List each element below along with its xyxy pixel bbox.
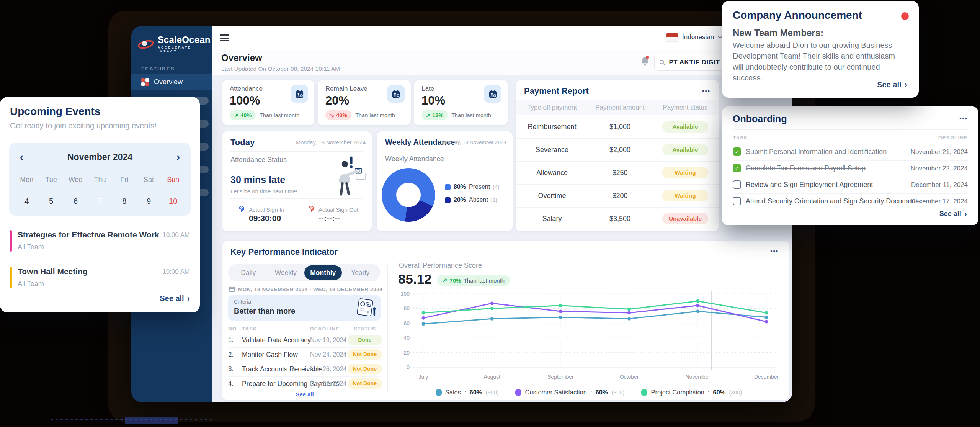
day-name: Wed [63, 176, 88, 184]
calendar-date[interactable]: 8 [112, 193, 137, 209]
day-name: Sat [137, 176, 161, 184]
day-name: Tue [39, 176, 64, 184]
status-badge: Unavailable [662, 213, 708, 224]
onboarding-card: Onboarding ••• TASK DEADLINE Submit Pers… [722, 106, 978, 225]
kpi-see-all-link[interactable]: See all [222, 391, 387, 398]
payment-report-title: Payment Report [524, 86, 589, 96]
sidebar-item-overview[interactable]: Overview [131, 74, 212, 90]
screen-artifact [51, 419, 215, 420]
task-name: Monitor Cash Flow [242, 351, 298, 359]
checkbox[interactable] [733, 180, 741, 189]
stat-value: 100% [230, 94, 260, 108]
tab-yearly[interactable]: Yearly [342, 265, 379, 280]
calendar-date[interactable]: 4 [15, 193, 39, 209]
status-badge: Not Done [348, 378, 382, 389]
svg-text:December: December [754, 374, 779, 380]
event-title[interactable]: Town Hall Meeting [18, 267, 88, 276]
sidebar-section-label: FEATURES [141, 66, 175, 72]
event-group: All Team [18, 243, 44, 251]
payment-type: Salary [516, 215, 588, 223]
calendar-date-selected[interactable]: 7 [88, 193, 112, 209]
checkbox[interactable] [733, 197, 741, 205]
weekly-attendance-card: Weekly Attendance Monday, 18 November 20… [377, 131, 513, 231]
notification-bell-icon[interactable] [640, 55, 650, 68]
svg-text:July: July [419, 374, 428, 380]
task-deadline: December 11, 2024 [911, 181, 968, 189]
calendar-next-icon[interactable]: › [176, 151, 180, 163]
announcement-see-all-link[interactable]: See all› [877, 80, 907, 89]
calendar-date[interactable]: 10 [161, 193, 185, 209]
last-updated-text: Last Updated On October 08, 2024 10:11 A… [221, 65, 340, 72]
more-menu-icon[interactable]: ••• [959, 115, 968, 121]
column-header: Payment amount [588, 104, 652, 111]
day-name: Thu [88, 176, 112, 184]
kpi-date-range[interactable]: MON, 18 NOVEMBER 2024 - WED, 18 DECEMBER… [229, 286, 382, 292]
table-row: 1. Validate Data Accuracy Nov 19, 2024 D… [228, 333, 381, 348]
company-announcement-card: Company Announcement New Team Members: W… [722, 1, 919, 98]
desktop-background: ScaleOcean ACCELERATE IMPACT FEATURES Ov… [0, 0, 980, 427]
table-row: Overtime $200 Waiting [516, 184, 719, 208]
attendance-calendar-icon [291, 85, 308, 103]
language-selector[interactable]: Indonesian [666, 33, 722, 41]
attendance-status-note: Let's be on time next time! [230, 188, 297, 195]
events-see-all-link[interactable]: See all› [160, 294, 190, 303]
customer-satisfaction-swatch-icon [515, 389, 521, 396]
donut-subtitle: Weekly Attendance [385, 155, 444, 163]
day-name: Mon [15, 176, 39, 184]
checkbox[interactable] [733, 164, 741, 172]
payment-type: Allowance [516, 169, 588, 177]
chevron-right-icon: › [905, 81, 907, 89]
tab-monthly[interactable]: Monthly [304, 265, 342, 280]
scaleocean-swoosh-icon [137, 38, 155, 51]
fingerprint-in-icon [237, 205, 246, 214]
onboarding-title: Onboarding [733, 113, 787, 124]
svg-text:September: September [547, 374, 574, 380]
announcement-heading: New Team Members: [733, 28, 823, 38]
column-header: TASK [242, 326, 257, 332]
stat-label: Remain Leave [325, 85, 368, 93]
payment-amount: $3,500 [588, 215, 652, 223]
calendar-date[interactable]: 9 [137, 193, 161, 209]
dashboard-window: ScaleOcean ACCELERATE IMPACT FEATURES Ov… [131, 26, 792, 402]
indonesia-flag-icon [666, 33, 678, 41]
event-title[interactable]: Strategies for Effective Remote Work [18, 230, 159, 239]
tab-daily[interactable]: Daily [230, 265, 267, 280]
status-badge: Not Done [348, 349, 382, 360]
more-menu-icon[interactable]: ••• [770, 248, 779, 254]
trend-note: Than last month [260, 112, 299, 118]
stat-label: Late [421, 85, 434, 93]
hamburger-menu-icon[interactable] [220, 34, 229, 41]
absent-swatch-icon [445, 197, 451, 203]
chevron-right-icon: › [964, 210, 967, 218]
task-deadline: Nov 19, 2024 [310, 337, 346, 344]
onboarding-see-all-link[interactable]: See all› [939, 210, 967, 218]
status-badge: Waiting [662, 190, 708, 201]
onboarding-task-row: Attend Security Orientation and Sign Sec… [733, 193, 968, 210]
calendar-date[interactable]: 6 [63, 193, 88, 209]
payment-report-card: Payment Report ••• Type off payment Paym… [516, 80, 719, 231]
status-badge: Not Done [348, 364, 382, 374]
tab-weekly[interactable]: Weekly [267, 265, 305, 280]
event-time: 10:00 AM [162, 231, 190, 239]
kpi-title: Key Performance Indicator [230, 247, 338, 257]
sales-swatch-icon [436, 389, 442, 396]
checkbox[interactable] [733, 147, 741, 156]
status-badge: Waiting [662, 167, 708, 178]
trend-note: Than last month [355, 112, 395, 118]
payment-amount: $200 [588, 192, 652, 200]
table-row: 3. Track Accounts Receivable Nov 26, 202… [228, 362, 381, 377]
present-swatch-icon [445, 184, 451, 190]
more-menu-icon[interactable]: ••• [702, 88, 710, 94]
table-row: Salary $3,500 Unavailable [516, 207, 719, 230]
attendance-status-label: Attendance Status [230, 156, 287, 164]
task-name: Attend Security Orientation and Sign Sec… [746, 197, 921, 205]
task-number: 2. [228, 351, 234, 358]
task-name: Submit Personal Information and Identifi… [746, 148, 887, 156]
table-row: 4. Prepare for Upcoming Payments Dec 02,… [228, 376, 381, 391]
attendance-donut-chart [382, 168, 435, 222]
payment-type: Overtime [516, 192, 588, 200]
top-bar: Indonesian [212, 26, 792, 50]
table-row: Allowance $250 Waiting [516, 161, 719, 185]
calendar-date[interactable]: 5 [39, 193, 64, 209]
event-color-bar [10, 230, 12, 252]
